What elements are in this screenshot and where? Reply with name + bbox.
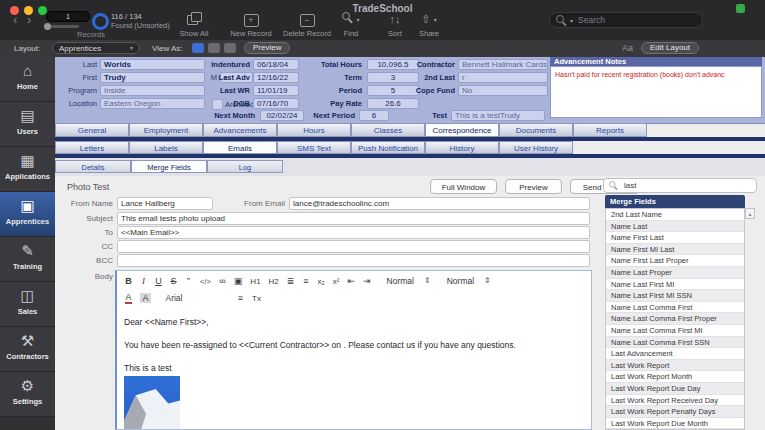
delete-record-button[interactable]: − Delete Record [278,12,336,38]
tab-employment[interactable]: Employment [129,123,203,137]
bullet-list-button[interactable]: ≡ [302,276,309,286]
record-slider-knob[interactable] [44,23,51,30]
link-button[interactable]: ∞ [219,276,226,286]
advancement-notes-field[interactable]: Hasn't paid for recent registration (boo… [550,66,762,118]
clear-format-button[interactable]: Tx [252,294,261,303]
list-item[interactable]: Last Work Report Due Month [606,418,744,430]
show-all-button[interactable]: Show All [168,12,220,38]
tab-correspondence[interactable]: Correspondence [425,123,499,137]
toolbar-search-field[interactable]: ▾ [549,12,703,28]
ordered-list-button[interactable]: ≣ [287,276,295,286]
full-window-button[interactable]: Full Window [430,179,497,194]
insert-image-button[interactable]: ▣ [234,276,243,286]
list-item[interactable]: Name Last First MI SSN [606,290,744,302]
preview-email-button[interactable]: Preview [505,179,562,194]
subject-input[interactable] [117,212,590,225]
dob-field[interactable]: 07/16/70 [253,98,299,109]
tab-labels[interactable]: Labels [129,141,203,154]
layout-selector[interactable]: Apprentices ▾ [52,42,140,54]
next-record-button[interactable]: › [27,13,31,27]
program-field[interactable]: Inside [100,85,205,96]
from-name-input[interactable] [117,197,213,210]
underline-button[interactable]: U [155,276,162,286]
view-form-button[interactable] [192,43,204,53]
new-record-button[interactable]: + New Record [226,12,276,38]
merge-field-search-input[interactable] [622,180,752,191]
cc-input[interactable] [117,240,590,253]
tab-log[interactable]: Log [207,160,283,173]
from-email-input[interactable] [289,197,590,210]
list-item[interactable]: 2nd Last Name [606,209,744,221]
list-item[interactable]: Name First MI Last [606,244,744,256]
next-month-field[interactable]: 02/02/24 [260,110,304,121]
to-input[interactable] [117,226,590,239]
location-field[interactable]: Eastern Oregon [100,98,205,109]
list-item[interactable]: Name Last Comma First SSN [606,337,744,349]
sidebar-item-contractors[interactable]: ⚒ Contractors [0,327,55,372]
tab-details[interactable]: Details [55,160,131,173]
pay-rate-field[interactable]: 26.6 [367,98,419,109]
list-item[interactable]: Name Last First MI [606,279,744,291]
tab-letters[interactable]: Letters [55,141,129,154]
superscript-button[interactable]: x² [332,277,339,286]
list-item[interactable]: Last Work Report Month [606,371,744,383]
heading1-button[interactable]: H1 [250,277,260,286]
text-color-button[interactable]: A [125,292,132,304]
find-button[interactable]: ▾ Find [334,12,368,38]
formatting-bar-toggle[interactable]: Aa [622,43,633,53]
tab-user-history[interactable]: User History [499,141,573,154]
share-button[interactable]: ⇧ ▾ Share [412,12,446,38]
email-body-image[interactable] [124,376,180,430]
tab-classes[interactable]: Classes [351,123,425,137]
bcc-input[interactable] [117,254,590,267]
bold-button[interactable]: B [125,276,132,286]
heading2-button[interactable]: H2 [269,277,279,286]
tab-documents[interactable]: Documents [499,123,573,137]
email-body-editor[interactable]: B I U S ” </> ∞ ▣ H1 H2 ≣ ≡ x₂ x² ⇤ ⇥ [115,270,592,430]
list-item[interactable]: Name Last Comma First Proper [606,313,744,325]
tab-emails[interactable]: Emails [203,141,277,154]
block-style-select[interactable]: Normal ⇕ [447,276,491,286]
tab-history[interactable]: History [425,141,499,154]
last-name-field[interactable]: Worlds [100,59,205,70]
list-item[interactable]: Name Last [606,221,744,233]
search-input[interactable] [576,14,696,26]
list-item[interactable]: Last Work Report [606,360,744,372]
paragraph-style-select[interactable]: Normal ⇕ [387,276,431,286]
view-table-button[interactable] [224,43,236,53]
email-body-content[interactable]: Dear <<Name First>>, You have been re-as… [124,317,583,377]
cope-fund-field[interactable]: No [458,85,548,96]
sidebar-item-users[interactable]: ▤ Users [0,102,55,147]
sidebar-item-applications[interactable]: ▦ Applications [0,147,55,192]
sidebar-item-apprentices[interactable]: ▣ Apprentices [0,192,55,237]
first-name-field[interactable]: Trudy [100,72,205,83]
list-item[interactable]: Last Work Report Received Day [606,395,744,407]
last-adv-field[interactable]: 12/16/22 [253,72,299,83]
sidebar-item-training[interactable]: ✎ Training [0,237,55,282]
sidebar-item-settings[interactable]: ⚙ Settings [0,372,55,417]
list-item[interactable]: Name First Last Proper [606,255,744,267]
list-item[interactable]: Last Advancement [606,348,744,360]
tab-sms-text[interactable]: SMS Text [277,141,351,154]
sidebar-item-home[interactable]: ⌂ Home [0,57,55,102]
list-item[interactable]: Name Last Proper [606,267,744,279]
tab-reports[interactable]: Reports [573,123,647,137]
previous-record-button[interactable]: ‹ [13,13,17,27]
italic-button[interactable]: I [140,276,147,286]
tab-advancements[interactable]: Advancements [203,123,277,137]
record-slider[interactable] [45,25,79,28]
next-period-field[interactable]: 6 [359,110,389,121]
sidebar-item-sales[interactable]: ◫ Sales [0,282,55,327]
merge-field-search-box[interactable] [603,178,757,193]
tab-general[interactable]: General [55,123,129,137]
list-item[interactable]: Name First Last [606,232,744,244]
outdent-button[interactable]: ⇤ [347,276,355,286]
edit-layout-button[interactable]: Edit Layout [641,42,699,54]
indentured-field[interactable]: 06/18/04 [253,59,299,70]
test-field[interactable]: This is a testTrudy [451,110,545,121]
list-item[interactable]: Last Work Report Penalty Days [606,406,744,418]
sort-button[interactable]: ↑↓ Sort [380,12,410,38]
list-item[interactable]: Name Last Comma First [606,302,744,314]
scroll-up-button[interactable]: ▲ [745,208,755,219]
highlight-button[interactable]: A [140,293,151,303]
